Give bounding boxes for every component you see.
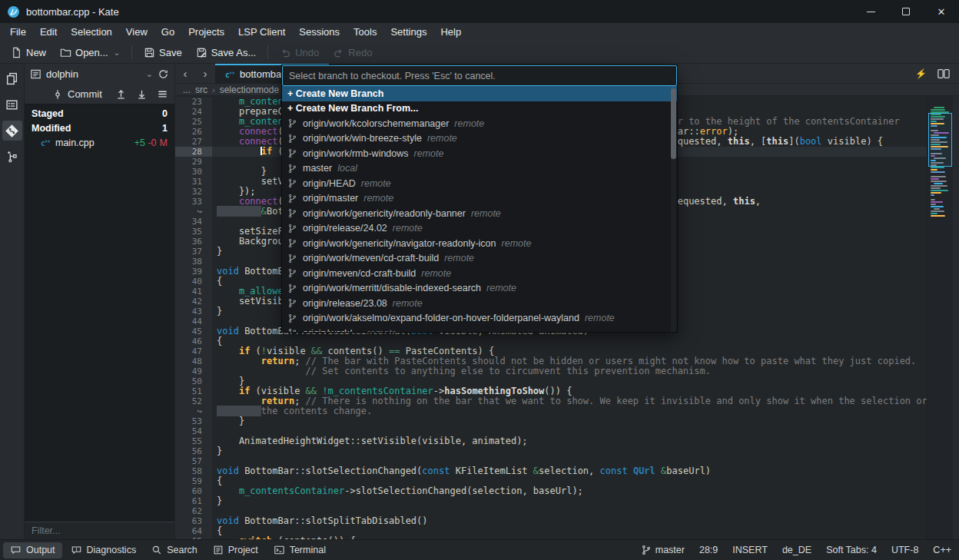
code-text: the contents change. xyxy=(212,406,927,416)
branch-search-input[interactable] xyxy=(289,71,670,81)
project-dropdown-chevron-icon[interactable]: ⌄ xyxy=(146,69,153,79)
line-number: 64 xyxy=(175,526,212,536)
minimap-mark xyxy=(931,194,934,196)
diagnostics-icon xyxy=(71,545,82,555)
branch-item[interactable]: origin/work/merritt/disable-indexed-sear… xyxy=(282,281,677,297)
commit-button[interactable]: Commit xyxy=(52,88,109,100)
branch-item[interactable]: origin/release/23.08remote xyxy=(282,296,677,311)
title-bar: bottombar.cpp - Kate ✕ xyxy=(0,0,959,23)
refresh-icon[interactable] xyxy=(158,68,169,80)
breadcrumb-selectionmode[interactable]: selectionmode xyxy=(220,84,279,95)
filter-input[interactable] xyxy=(32,525,168,536)
breadcrumb-ellipsis[interactable]: ... xyxy=(183,84,191,95)
projects-tool-button[interactable] xyxy=(2,94,22,114)
panel-button-search[interactable]: Search xyxy=(144,542,204,558)
redo-button[interactable]: Redo xyxy=(327,43,378,61)
open-button[interactable]: Open... ⌄ xyxy=(54,43,126,61)
code-line-53[interactable]: 53 } xyxy=(175,416,927,426)
new-document-icon xyxy=(11,47,22,58)
menu-tools[interactable]: Tools xyxy=(347,23,383,41)
undo-button[interactable]: Undo xyxy=(274,43,325,61)
branch-item[interactable]: origin/release/24.02remote xyxy=(282,221,677,237)
menu-help[interactable]: Help xyxy=(433,23,468,41)
panel-button-terminal[interactable]: Terminal xyxy=(267,542,333,558)
code-line-wrap[interactable]: ↪ the contents change. xyxy=(175,406,927,416)
code-line-60[interactable]: 60 m_contentsContainer->slotSelectionCha… xyxy=(175,486,927,496)
code-line-63[interactable]: 63void BottomBar::slotSplitTabDisabled() xyxy=(175,516,927,526)
input-mode[interactable]: INSERT xyxy=(732,545,768,555)
branch-action-item[interactable]: + Create New Branch xyxy=(282,86,677,101)
branch-item[interactable]: origin/work/…remote xyxy=(282,326,677,332)
panel-button-project[interactable]: Project xyxy=(206,542,265,558)
menu-settings[interactable]: Settings xyxy=(383,23,433,41)
branch-item[interactable]: origin/HEADremote xyxy=(282,176,677,191)
main-toolbar: New Open... ⌄ Save Save As... Undo Redo xyxy=(0,41,959,64)
git-tool-button[interactable] xyxy=(2,121,22,141)
quick-open-icon[interactable]: ⚡ xyxy=(915,68,927,79)
cursor-position[interactable]: 28:9 xyxy=(699,545,718,555)
tab-forward-button[interactable]: › xyxy=(195,64,215,84)
git-branch-icon xyxy=(287,164,297,174)
git-branch-status[interactable]: master xyxy=(641,545,685,555)
panel-button-diagnostics[interactable]: Diagnostics xyxy=(64,542,144,558)
menu-file[interactable]: File xyxy=(3,23,33,41)
new-button[interactable]: New xyxy=(5,43,52,61)
menu-edit[interactable]: Edit xyxy=(33,23,64,41)
branch-item[interactable]: origin/work/akselmo/expand-folder-on-hov… xyxy=(282,311,677,326)
git-branch-icon xyxy=(287,118,297,128)
git-menu-icon[interactable] xyxy=(157,88,168,100)
code-line-61[interactable]: 61} xyxy=(175,496,927,506)
branch-item[interactable]: origin/masterremote xyxy=(282,191,677,207)
popup-scrollbar-thumb[interactable] xyxy=(671,88,676,159)
code-line-58[interactable]: 58void BottomBar::slotSelectionChanged(c… xyxy=(175,466,927,476)
breadcrumb-src[interactable]: src xyxy=(195,84,207,95)
minimap-mark xyxy=(931,187,941,189)
tab-settings[interactable]: Soft Tabs: 4 xyxy=(826,545,877,555)
save-as-button[interactable]: Save As... xyxy=(190,43,263,61)
line-number: 34 xyxy=(175,217,212,227)
save-button[interactable]: Save xyxy=(138,43,188,61)
split-view-icon[interactable] xyxy=(937,68,950,79)
code-line-56[interactable]: 56} xyxy=(175,446,927,456)
menu-lsp-client[interactable]: LSP Client xyxy=(231,23,292,41)
branch-item[interactable]: origin/work/kcolorschememanagerremote xyxy=(282,116,677,131)
branch-item[interactable]: origin/work/meven/cd-craft-buildremote xyxy=(282,251,677,267)
branch-item-label: origin/work/akselmo/expand-folder-on-hov… xyxy=(303,313,579,323)
line-number: 27 xyxy=(175,137,212,147)
git-push-icon[interactable] xyxy=(115,88,127,100)
close-button[interactable]: ✕ xyxy=(924,0,959,23)
branch-item[interactable]: origin/work/genericity/navigator-readonl… xyxy=(282,236,677,251)
editor-scrollbar-gutter[interactable] xyxy=(953,96,959,539)
branch-item[interactable]: masterlocal xyxy=(282,161,677,177)
tab-back-button[interactable]: ‹ xyxy=(175,64,195,84)
dictionary[interactable]: de_DE xyxy=(782,545,811,555)
syntax-language[interactable]: C++ xyxy=(933,545,951,555)
modified-file-row[interactable]: c++ main.cpp +5 -0M xyxy=(25,135,174,151)
code-text: // Set contents to anything else to circ… xyxy=(212,366,927,376)
menu-view[interactable]: View xyxy=(119,23,154,41)
branch-action-item[interactable]: + Create New Branch From... xyxy=(282,101,677,117)
branch-item[interactable]: origin/work/rmb-windowsremote xyxy=(282,146,677,161)
code-line-55[interactable]: 55 AnimatedHeightWidget::setVisible(visi… xyxy=(175,436,927,446)
encoding[interactable]: UTF-8 xyxy=(891,545,918,555)
modified-group-row[interactable]: Modified 1 xyxy=(25,121,174,135)
menu-sessions[interactable]: Sessions xyxy=(292,23,347,41)
output-icon xyxy=(10,545,22,555)
branch-item[interactable]: origin/meven/cd-craft-buildremote xyxy=(282,266,677,281)
branch-item[interactable]: origin/work/genericity/readonly-bannerre… xyxy=(282,206,677,221)
menu-go[interactable]: Go xyxy=(154,23,181,41)
menu-projects[interactable]: Projects xyxy=(181,23,231,41)
minimap-mark xyxy=(931,190,948,191)
maximize-button[interactable] xyxy=(888,0,924,23)
documents-tool-button[interactable] xyxy=(2,68,22,88)
git-pull-icon[interactable] xyxy=(136,88,148,100)
staged-group-row[interactable]: Staged 0 xyxy=(25,106,174,121)
branch-item[interactable]: origin/work/win-breeze-styleremote xyxy=(282,131,677,147)
branches-tool-button[interactable] xyxy=(2,147,22,167)
minimize-button[interactable] xyxy=(853,0,888,23)
menu-selection[interactable]: Selection xyxy=(64,23,118,41)
code-line-49[interactable]: 49 // Set contents to anything else to c… xyxy=(175,366,927,376)
minimap-viewport[interactable] xyxy=(928,113,952,167)
panel-button-output[interactable]: Output xyxy=(3,542,62,558)
minimap[interactable] xyxy=(927,96,953,539)
